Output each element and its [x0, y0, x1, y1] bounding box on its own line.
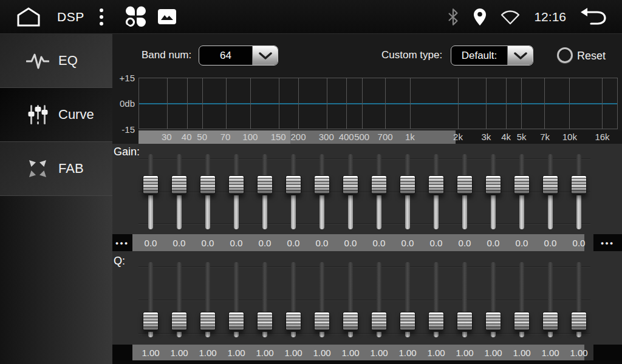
- slider-track: [234, 262, 239, 314]
- slider-thumb[interactable]: [514, 312, 530, 331]
- q-slider[interactable]: [485, 261, 501, 339]
- slider-thumb[interactable]: [228, 312, 244, 331]
- slider-thumb[interactable]: [542, 312, 558, 331]
- slider-thumb[interactable]: [143, 175, 159, 194]
- q-slider[interactable]: [343, 261, 358, 339]
- clock: 12:16: [534, 10, 566, 24]
- gain-slider[interactable]: [143, 153, 159, 231]
- slider-thumb[interactable]: [371, 175, 387, 194]
- chevron-down-icon[interactable]: [507, 46, 533, 65]
- sidebar-item-curve[interactable]: Curve: [0, 88, 112, 142]
- slider-thumb[interactable]: [400, 312, 415, 331]
- q-slider[interactable]: [143, 261, 159, 339]
- slider-thumb[interactable]: [428, 312, 444, 331]
- slider-thumb[interactable]: [343, 175, 358, 194]
- slider-thumb[interactable]: [200, 175, 216, 194]
- q-slider[interactable]: [171, 261, 187, 339]
- slider-track-filled: [320, 195, 324, 229]
- custom-type-dropdown[interactable]: Default:: [451, 46, 533, 66]
- slider-track: [576, 262, 581, 314]
- slider-track-filled: [434, 332, 439, 337]
- gain-slider[interactable]: [571, 153, 587, 231]
- q-slider[interactable]: [571, 261, 587, 339]
- slider-thumb[interactable]: [485, 175, 501, 194]
- slider-thumb[interactable]: [143, 312, 159, 331]
- q-slider[interactable]: [428, 261, 444, 339]
- slider-thumb[interactable]: [171, 175, 187, 194]
- q-slider[interactable]: [457, 261, 473, 339]
- reset-radio-button[interactable]: [557, 47, 573, 63]
- q-slider[interactable]: [314, 261, 330, 339]
- slider-track-filled: [405, 332, 410, 337]
- gain-slider[interactable]: [457, 153, 473, 231]
- slider-thumb[interactable]: [542, 175, 558, 194]
- slider-thumb[interactable]: [571, 175, 587, 194]
- chevron-down-icon[interactable]: [252, 46, 278, 65]
- gain-value: 0.0: [316, 238, 329, 248]
- slider-thumb[interactable]: [457, 312, 473, 331]
- slider-thumb[interactable]: [428, 175, 444, 194]
- freq-tick-label: 200: [290, 132, 306, 142]
- gain-slider[interactable]: [542, 153, 558, 231]
- gain-slider[interactable]: [485, 153, 501, 231]
- slider-thumb[interactable]: [314, 312, 330, 331]
- slider-thumb[interactable]: [171, 312, 187, 331]
- slider-track-filled: [576, 195, 581, 229]
- sidebar-item-label: EQ: [58, 53, 78, 69]
- sidebar-item-fab[interactable]: FAB: [0, 142, 112, 196]
- eq-plot: [138, 78, 618, 129]
- sidebar-item-eq[interactable]: EQ: [0, 34, 112, 88]
- slider-track: [548, 154, 553, 177]
- slider-thumb[interactable]: [285, 175, 301, 194]
- slider-thumb[interactable]: [285, 312, 301, 331]
- q-slider[interactable]: [400, 261, 415, 339]
- gain-page-right-button[interactable]: •••: [593, 234, 622, 251]
- fab-arrows-icon: [26, 158, 50, 180]
- slider-thumb[interactable]: [257, 175, 273, 194]
- grid-line: [327, 78, 327, 129]
- gain-value: 0.0: [145, 238, 157, 248]
- gain-slider[interactable]: [514, 153, 530, 231]
- q-slider[interactable]: [285, 261, 301, 339]
- q-slider[interactable]: [200, 261, 216, 339]
- slider-thumb[interactable]: [228, 175, 244, 194]
- slider-thumb[interactable]: [343, 312, 358, 331]
- q-slider[interactable]: [257, 261, 273, 339]
- apps-clover-icon[interactable]: [125, 5, 147, 28]
- gain-slider[interactable]: [343, 153, 358, 231]
- slider-thumb[interactable]: [371, 312, 387, 331]
- q-slider[interactable]: [371, 261, 387, 339]
- gain-slider[interactable]: [257, 153, 273, 231]
- overflow-menu-icon[interactable]: [99, 7, 104, 27]
- gain-slider[interactable]: [171, 153, 187, 231]
- gain-slider[interactable]: [228, 153, 244, 231]
- gain-slider[interactable]: [400, 153, 415, 231]
- band-num-dropdown[interactable]: 64: [199, 46, 278, 66]
- slider-thumb[interactable]: [485, 312, 501, 331]
- slider-thumb[interactable]: [400, 175, 415, 194]
- slider-thumb[interactable]: [257, 312, 273, 331]
- gain-slider[interactable]: [200, 153, 216, 231]
- q-row-corner: [112, 345, 132, 360]
- slider-thumb[interactable]: [514, 175, 530, 194]
- gain-slider[interactable]: [314, 153, 330, 231]
- q-slider[interactable]: [228, 261, 244, 339]
- back-icon[interactable]: [579, 7, 607, 27]
- gain-slider[interactable]: [371, 153, 387, 231]
- custom-type-value: Default:: [451, 46, 507, 65]
- gain-page-left-button[interactable]: •••: [112, 234, 132, 251]
- q-slider[interactable]: [542, 261, 558, 339]
- q-value: 1.00: [227, 348, 245, 358]
- q-slider[interactable]: [514, 261, 530, 339]
- home-icon[interactable]: [15, 6, 43, 28]
- slider-track-filled: [291, 195, 296, 229]
- slider-thumb[interactable]: [457, 175, 473, 194]
- gallery-icon[interactable]: [158, 9, 176, 24]
- slider-thumb[interactable]: [200, 312, 216, 331]
- gain-slider[interactable]: [428, 153, 444, 231]
- slider-thumb[interactable]: [571, 312, 587, 331]
- slider-track: [234, 154, 239, 177]
- slider-thumb[interactable]: [314, 175, 330, 194]
- q-value: 1.00: [456, 348, 473, 358]
- gain-slider[interactable]: [285, 153, 301, 231]
